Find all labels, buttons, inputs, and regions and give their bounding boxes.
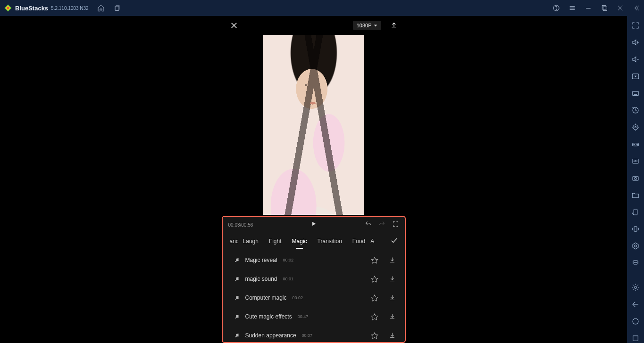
resolution-button[interactable]: 1080P (353, 21, 381, 30)
svg-point-35 (636, 144, 637, 145)
emulator-stage: 1080P 00:03/00:56 (0, 16, 627, 343)
svg-rect-41 (634, 209, 637, 215)
minimize-icon[interactable] (585, 4, 592, 12)
svg-point-57 (237, 261, 238, 261)
category-tabs: ance Laugh Fight Magic Transition Food A (223, 233, 405, 250)
screenshot-icon[interactable] (631, 173, 640, 183)
settings-icon[interactable] (631, 283, 640, 292)
apk-icon[interactable]: APK (631, 156, 640, 166)
svg-rect-20 (632, 91, 639, 95)
sound-panel: 00:03/00:56 ance Laugh Fight Magic Trans… (222, 216, 406, 343)
svg-rect-39 (633, 176, 638, 180)
redo-icon[interactable] (378, 220, 385, 229)
close-editor-icon[interactable] (229, 21, 239, 30)
version-label: 5.2.110.1003 N32 (51, 6, 89, 11)
home-icon[interactable] (97, 4, 105, 12)
recents-nav-icon[interactable] (631, 334, 640, 343)
help-icon[interactable] (552, 4, 560, 12)
sound-name: magic sound (245, 276, 277, 282)
gamepad-icon[interactable] (631, 139, 640, 149)
svg-marker-58 (371, 257, 377, 263)
video-preview[interactable] (263, 35, 364, 215)
export-icon[interactable] (390, 21, 398, 30)
keymap-icon[interactable] (631, 72, 640, 81)
sound-duration: 00:07 (302, 333, 313, 338)
tab-transition[interactable]: Transition (312, 233, 347, 250)
back-icon[interactable] (631, 300, 640, 309)
menu-icon[interactable] (569, 4, 576, 12)
sound-item[interactable]: Magic reveal 00:02 (223, 251, 405, 270)
tab-food[interactable]: Food (347, 233, 370, 250)
svg-text:APK: APK (633, 160, 637, 163)
tab-magic[interactable]: Magic (287, 233, 312, 250)
favorite-icon[interactable] (371, 256, 378, 264)
rotate-icon[interactable] (631, 207, 640, 217)
svg-marker-78 (371, 333, 377, 339)
volume-down-icon[interactable] (631, 55, 640, 64)
sound-item[interactable]: magic sound 00:01 (223, 270, 405, 288)
favorite-icon[interactable] (371, 294, 378, 302)
macro-icon[interactable] (631, 241, 640, 251)
undo-icon[interactable] (365, 220, 372, 229)
favorite-icon[interactable] (371, 275, 378, 283)
recents-icon[interactable] (113, 4, 121, 12)
location-icon[interactable] (631, 122, 640, 132)
svg-point-56 (235, 261, 236, 262)
expand-icon[interactable] (392, 220, 399, 229)
keyboard-icon[interactable] (631, 89, 640, 98)
tab-fight[interactable]: Fight (264, 233, 287, 250)
confirm-icon[interactable] (385, 236, 403, 246)
play-icon[interactable] (310, 220, 317, 229)
collapse-sidebar-icon[interactable] (633, 4, 640, 12)
music-note-icon (234, 313, 241, 320)
svg-point-44 (635, 245, 637, 247)
bluestacks-logo-icon (4, 4, 12, 12)
download-icon[interactable] (389, 313, 396, 320)
tab-laugh[interactable]: Laugh (238, 233, 264, 250)
sound-item[interactable]: Computer magic 00:02 (223, 288, 405, 307)
fullscreen-icon[interactable] (631, 21, 640, 30)
download-icon[interactable] (389, 275, 396, 283)
resolution-label: 1080P (357, 23, 372, 28)
svg-rect-3 (115, 6, 119, 10)
volume-up-icon[interactable] (631, 38, 640, 47)
sound-duration: 00:02 (293, 295, 303, 300)
close-icon[interactable] (617, 4, 624, 12)
svg-rect-42 (634, 227, 637, 232)
svg-point-77 (237, 336, 238, 337)
tab-partial-right[interactable]: A (370, 233, 377, 250)
tab-partial-left[interactable]: ance (225, 233, 238, 250)
svg-marker-43 (633, 243, 638, 249)
sound-name: Magic reveal (245, 257, 277, 263)
download-icon[interactable] (389, 332, 396, 339)
svg-rect-10 (602, 6, 606, 9)
svg-point-76 (235, 336, 236, 337)
svg-point-26 (633, 125, 638, 130)
svg-point-45 (633, 261, 638, 263)
sound-item[interactable]: Sudden appearance 00:07 (223, 326, 405, 342)
svg-rect-49 (633, 336, 638, 341)
sound-duration: 00:47 (298, 314, 309, 319)
maximize-icon[interactable] (601, 4, 608, 12)
music-note-icon (234, 294, 241, 301)
bluestacks-sidebar: APK (627, 16, 644, 343)
svg-point-46 (635, 286, 637, 289)
svg-point-27 (635, 127, 636, 128)
download-icon[interactable] (389, 256, 396, 264)
svg-marker-14 (633, 40, 636, 45)
svg-point-72 (237, 317, 238, 318)
svg-marker-63 (371, 276, 377, 282)
favorite-icon[interactable] (371, 332, 378, 339)
home-nav-icon[interactable] (631, 317, 640, 326)
svg-point-67 (237, 298, 238, 299)
media-folder-icon[interactable] (631, 190, 640, 200)
bluestacks-titlebar: BlueStacks 5.2.110.1003 N32 (0, 0, 644, 16)
svg-marker-55 (312, 222, 316, 226)
favorite-icon[interactable] (371, 313, 378, 320)
shake-icon[interactable] (631, 224, 640, 234)
multi-instance-icon[interactable] (631, 258, 640, 268)
download-icon[interactable] (389, 294, 396, 302)
sound-duration: 00:01 (283, 277, 294, 281)
sound-item[interactable]: Cute magic effects 00:47 (223, 307, 405, 326)
sync-icon[interactable] (631, 106, 640, 115)
